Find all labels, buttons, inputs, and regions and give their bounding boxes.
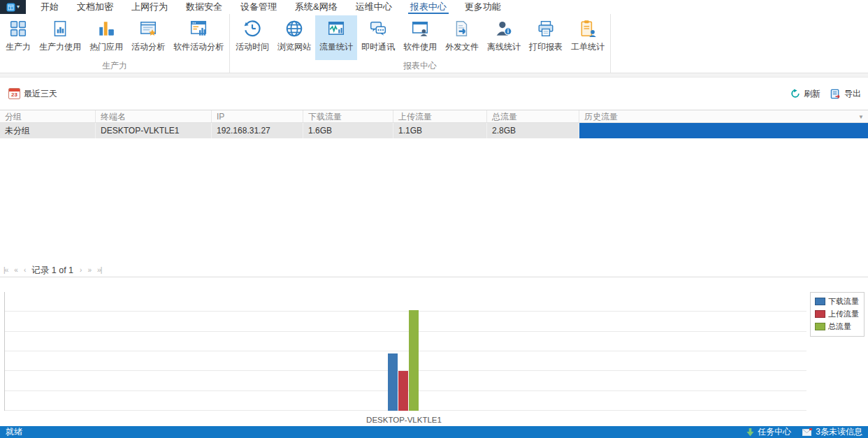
chart-legend: 下载流量上传流量总流量 — [810, 292, 865, 337]
column-header-ip[interactable]: IP — [212, 110, 303, 122]
ribbon-item-productivity[interactable]: 生产力 — [1, 15, 35, 60]
ribbon-item-label: 软件活动分析 — [173, 41, 224, 53]
cell-terminal: DESKTOP-VLKTLE1 — [96, 123, 212, 138]
user-info-icon — [493, 17, 514, 40]
ribbon-item-outgoing-files[interactable]: 外发文件 — [441, 15, 483, 60]
unread-messages-button[interactable]: 3条未读信息 — [802, 426, 862, 438]
ribbon-group-label: 报表中心 — [231, 60, 609, 73]
legend-swatch — [815, 298, 825, 305]
mail-icon — [802, 428, 812, 436]
legend-label: 总流量 — [828, 321, 851, 332]
tab-system-network[interactable]: 系统&网络 — [286, 0, 347, 14]
window-analytics-icon — [188, 17, 209, 40]
column-header-terminal[interactable]: 终端名 — [96, 110, 212, 122]
chart-bar — [398, 371, 408, 411]
chart-plot-area — [4, 292, 806, 411]
chart-bar — [409, 310, 419, 411]
ribbon-item-offline-stats[interactable]: 离线统计 — [483, 15, 525, 60]
refresh-icon — [790, 89, 800, 98]
ribbon-group-productivity: 生产力 生产力使用 热门应用 — [0, 14, 230, 73]
export-button[interactable]: 导出 — [830, 88, 861, 100]
tab-start[interactable]: 开始 — [31, 0, 68, 14]
first-page-icon[interactable]: |‹‹ — [3, 267, 8, 274]
task-center-label: 任务中心 — [758, 426, 791, 438]
record-count-label: 记录 1 of 1 — [31, 265, 73, 277]
column-menu-icon[interactable]: ▼ — [858, 114, 864, 120]
menu-tabs: 开始 文档加密 上网行为 数据安全 设备管理 系统&网络 运维中心 报表中心 更… — [31, 0, 510, 14]
status-bar: 就绪 任务中心 3条未读信息 — [0, 426, 868, 438]
ribbon-item-productivity-usage[interactable]: 生产力使用 — [35, 15, 85, 60]
refresh-button[interactable]: 刷新 — [790, 88, 820, 100]
ribbon-item-instant-messaging[interactable]: 即时通讯 — [357, 15, 399, 60]
prev-page-icon[interactable]: ‹ — [24, 267, 25, 274]
ribbon-item-label: 即时通讯 — [361, 41, 395, 53]
ribbon-empty-area — [611, 14, 868, 73]
ribbon-item-browse-websites[interactable]: 浏览网站 — [273, 15, 315, 60]
tab-internet-behavior[interactable]: 上网行为 — [122, 0, 177, 14]
traffic-waveform-icon — [326, 17, 347, 40]
cell-upload: 1.1GB — [393, 123, 487, 138]
ribbon-item-traffic-stats[interactable]: 流量统计 — [315, 15, 357, 60]
app-menu-button[interactable]: ▾ — [0, 0, 26, 14]
ribbon-item-label: 打印报表 — [529, 41, 563, 53]
chart-bar-group — [388, 310, 419, 411]
ribbon-item-software-usage[interactable]: 软件使用 — [399, 15, 441, 60]
window-star-icon — [138, 17, 159, 40]
ribbon-item-label: 热门应用 — [89, 41, 123, 53]
ribbon-item-label: 外发文件 — [445, 41, 479, 53]
ribbon-divider — [0, 73, 868, 78]
legend-label: 下载流量 — [828, 296, 859, 307]
download-arrow-icon — [746, 428, 754, 437]
ribbon-item-label: 活动分析 — [131, 41, 165, 53]
ribbon-item-activity-time[interactable]: 活动时间 — [231, 15, 273, 60]
fast-next-page-icon[interactable]: ›› — [87, 267, 91, 274]
bar-chart-icon — [96, 17, 117, 40]
ribbon-item-hot-apps[interactable]: 热门应用 — [85, 15, 127, 60]
tab-ops-center[interactable]: 运维中心 — [347, 0, 401, 14]
unread-messages-label: 3条未读信息 — [816, 426, 862, 438]
table-row[interactable]: 未分组 DESKTOP-VLKTLE1 192.168.31.27 1.6GB … — [0, 123, 868, 138]
calendar-icon: 23 — [8, 88, 20, 99]
ribbon-item-label: 工单统计 — [571, 41, 605, 53]
ribbon-group-label: 生产力 — [1, 60, 228, 73]
legend-swatch — [815, 310, 825, 318]
tab-more-features[interactable]: 更多功能 — [456, 0, 510, 14]
ribbon-item-activity-analysis[interactable]: 活动分析 — [127, 15, 169, 60]
chevron-down-icon: ▾ — [17, 4, 20, 10]
ribbon-item-print-reports[interactable]: 打印报表 — [525, 15, 567, 60]
legend-entry: 总流量 — [815, 321, 860, 332]
tab-report-center[interactable]: 报表中心 — [401, 0, 456, 14]
ribbon-item-label: 活动时间 — [236, 41, 269, 53]
column-header-group[interactable]: 分组 — [0, 110, 96, 122]
ribbon-item-label: 生产力使用 — [39, 41, 81, 53]
column-header-upload[interactable]: 上传流量 — [393, 110, 487, 122]
legend-swatch — [815, 323, 825, 330]
chat-bubbles-icon — [368, 17, 389, 40]
ribbon-item-label: 流量统计 — [319, 41, 353, 53]
chart-bar — [388, 353, 398, 411]
legend-label: 上传流量 — [828, 309, 859, 319]
last-page-icon[interactable]: ››| — [97, 267, 101, 274]
column-header-total[interactable]: 总流量 — [487, 110, 579, 122]
tab-document-encryption[interactable]: 文档加密 — [68, 0, 122, 14]
export-label: 导出 — [844, 88, 861, 100]
column-header-history[interactable]: 历史流量 ▼ — [579, 110, 868, 122]
cell-total: 2.8GB — [487, 123, 579, 138]
traffic-bar-chart: DESKTOP-VLKTLE1 下载流量上传流量总流量 — [0, 277, 868, 426]
window-user-icon — [410, 17, 431, 40]
cell-group: 未分组 — [0, 123, 96, 138]
fast-prev-page-icon[interactable]: ‹‹ — [14, 267, 17, 274]
next-page-icon[interactable]: › — [80, 267, 81, 274]
tab-device-management[interactable]: 设备管理 — [231, 0, 286, 14]
file-export-icon — [451, 17, 472, 40]
globe-icon — [284, 17, 305, 40]
column-header-download[interactable]: 下载流量 — [303, 110, 393, 122]
tab-data-security[interactable]: 数据安全 — [177, 0, 231, 14]
ribbon-item-software-activity-analysis[interactable]: 软件活动分析 — [169, 15, 228, 60]
date-range-button[interactable]: 23 最近三天 — [8, 88, 57, 100]
task-center-button[interactable]: 任务中心 — [746, 426, 791, 438]
grid-empty-area — [0, 138, 868, 264]
ribbon-item-work-order-stats[interactable]: 工单统计 — [567, 15, 609, 60]
app-logo-icon — [6, 3, 15, 12]
history-bar — [579, 123, 868, 138]
